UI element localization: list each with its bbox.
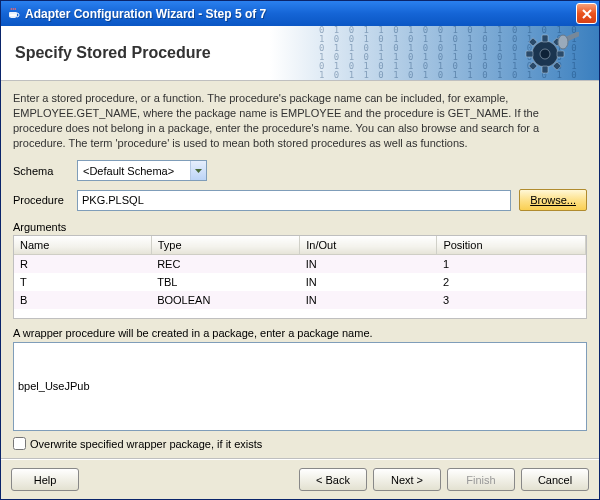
col-header-position[interactable]: Position [437, 236, 586, 255]
back-button[interactable]: < Back [299, 468, 367, 491]
arguments-table: Name Type In/Out Position R REC IN 1 T [14, 236, 586, 309]
svg-rect-1 [9, 12, 17, 16]
arguments-table-container: Name Type In/Out Position R REC IN 1 T [13, 235, 587, 318]
procedure-label: Procedure [13, 194, 77, 206]
cell-name: R [14, 255, 151, 274]
wizard-window: Adapter Configuration Wizard - Step 5 of… [0, 0, 600, 500]
table-row[interactable]: R REC IN 1 [14, 255, 586, 274]
cell-position: 1 [437, 255, 586, 274]
overwrite-label: Overwrite specified wrapper package, if … [30, 438, 262, 450]
description-text: Enter a stored procedure, or a function.… [13, 91, 587, 150]
footer: Help < Back Next > Finish Cancel [1, 459, 599, 499]
chevron-down-icon [190, 161, 206, 180]
col-header-name[interactable]: Name [14, 236, 151, 255]
cell-name: B [14, 291, 151, 309]
cell-type: REC [151, 255, 300, 274]
cell-name: T [14, 273, 151, 291]
arguments-label: Arguments [13, 221, 587, 233]
table-row[interactable]: B BOOLEAN IN 3 [14, 291, 586, 309]
content-area: Enter a stored procedure, or a function.… [1, 81, 599, 456]
window-title: Adapter Configuration Wizard - Step 5 of… [25, 7, 576, 21]
table-row[interactable]: T TBL IN 2 [14, 273, 586, 291]
cell-position: 3 [437, 291, 586, 309]
procedure-input[interactable] [77, 190, 511, 211]
cell-inout: IN [300, 291, 437, 309]
help-button[interactable]: Help [11, 468, 79, 491]
schema-value: <Default Schema> [83, 165, 190, 177]
next-button[interactable]: Next > [373, 468, 441, 491]
cell-inout: IN [300, 255, 437, 274]
schema-label: Schema [13, 165, 77, 177]
procedure-row: Procedure Browse... [13, 189, 587, 211]
close-button[interactable] [576, 3, 597, 24]
cell-position: 2 [437, 273, 586, 291]
browse-button[interactable]: Browse... [519, 189, 587, 211]
cell-type: TBL [151, 273, 300, 291]
wrapper-caption: A wrapper procedure will be created in a… [13, 327, 587, 339]
overwrite-row: Overwrite specified wrapper package, if … [13, 437, 587, 450]
schema-row: Schema <Default Schema> [13, 160, 587, 181]
col-header-type[interactable]: Type [151, 236, 300, 255]
overwrite-checkbox[interactable] [13, 437, 26, 450]
wizard-header: 0 1 0 1 1 0 1 0 0 1 0 1 1 0 1 0 1 01 0 0… [1, 26, 599, 81]
app-icon [7, 7, 21, 21]
col-header-inout[interactable]: In/Out [300, 236, 437, 255]
page-title: Specify Stored Procedure [1, 26, 599, 62]
svg-rect-5 [542, 66, 548, 73]
wrapper-package-input[interactable] [13, 342, 587, 431]
cancel-button[interactable]: Cancel [521, 468, 589, 491]
title-bar: Adapter Configuration Wizard - Step 5 of… [1, 1, 599, 26]
cell-inout: IN [300, 273, 437, 291]
cell-type: BOOLEAN [151, 291, 300, 309]
schema-dropdown[interactable]: <Default Schema> [77, 160, 207, 181]
finish-button: Finish [447, 468, 515, 491]
